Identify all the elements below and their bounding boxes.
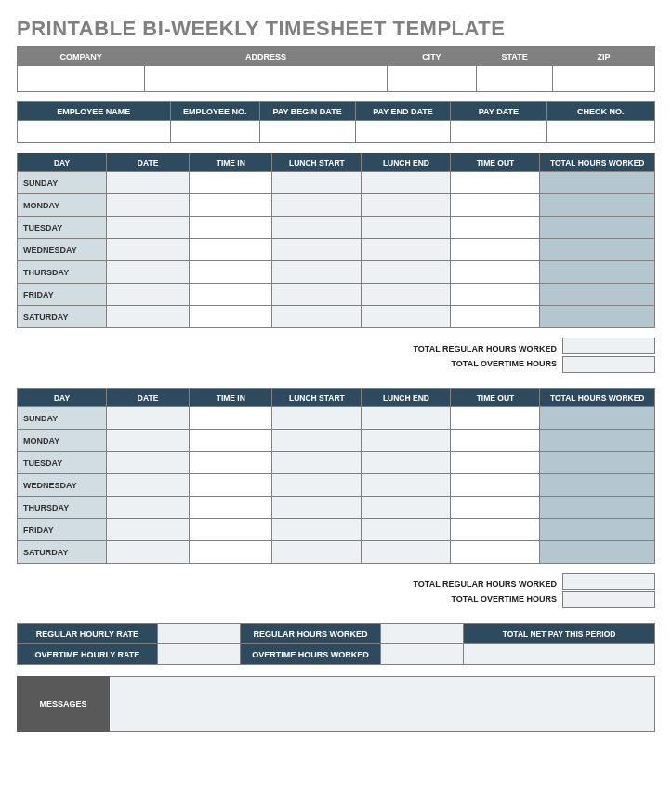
date-field[interactable] xyxy=(107,474,190,497)
totalhours-field[interactable] xyxy=(540,452,655,474)
timeout-field[interactable] xyxy=(451,541,540,564)
paybegin-field[interactable] xyxy=(259,121,355,143)
lunchstart-field[interactable] xyxy=(272,217,362,239)
timeout-field[interactable] xyxy=(451,407,540,430)
totalhours-field[interactable] xyxy=(540,261,655,284)
timein-field[interactable] xyxy=(190,239,272,261)
timein-field[interactable] xyxy=(190,172,272,194)
lunchend-field[interactable] xyxy=(362,261,451,284)
lunchstart-field[interactable] xyxy=(272,194,362,217)
week1-regular-value[interactable] xyxy=(562,338,655,354)
timein-field[interactable] xyxy=(190,430,272,452)
lunchend-field[interactable] xyxy=(362,239,451,261)
timeout-field[interactable] xyxy=(451,519,540,541)
lunchstart-field[interactable] xyxy=(272,497,362,519)
totalhours-field[interactable] xyxy=(540,217,655,239)
empno-field[interactable] xyxy=(170,121,259,143)
timein-field[interactable] xyxy=(190,497,272,519)
ot-rate-field[interactable] xyxy=(157,644,240,665)
date-field[interactable] xyxy=(107,306,190,328)
timeout-field[interactable] xyxy=(451,452,540,474)
zip-field[interactable] xyxy=(553,66,655,92)
lunchstart-field[interactable] xyxy=(272,519,362,541)
week2-regular-value[interactable] xyxy=(562,573,655,590)
timeout-field[interactable] xyxy=(451,194,540,217)
totalhours-field[interactable] xyxy=(540,306,655,328)
date-field[interactable] xyxy=(107,430,190,452)
date-field[interactable] xyxy=(107,541,190,564)
timein-field[interactable] xyxy=(190,519,272,541)
lunchend-field[interactable] xyxy=(362,541,451,564)
totalhours-field[interactable] xyxy=(540,284,655,306)
timeout-field[interactable] xyxy=(451,284,540,306)
lunchend-field[interactable] xyxy=(362,452,451,474)
timein-field[interactable] xyxy=(190,306,272,328)
week1-overtime-value[interactable] xyxy=(562,356,655,373)
messages-field[interactable] xyxy=(110,676,655,732)
lunchstart-field[interactable] xyxy=(272,430,362,452)
totalhours-field[interactable] xyxy=(540,474,655,497)
reg-rate-field[interactable] xyxy=(157,624,240,644)
timeout-field[interactable] xyxy=(451,261,540,284)
timein-field[interactable] xyxy=(190,261,272,284)
lunchend-field[interactable] xyxy=(362,194,451,217)
date-field[interactable] xyxy=(107,194,190,217)
lunchend-field[interactable] xyxy=(362,497,451,519)
totalhours-field[interactable] xyxy=(540,239,655,261)
payend-field[interactable] xyxy=(355,121,451,143)
ot-hours-field[interactable] xyxy=(380,644,463,665)
net-pay-field[interactable] xyxy=(464,644,655,665)
date-field[interactable] xyxy=(107,217,190,239)
lunchstart-field[interactable] xyxy=(272,541,362,564)
timein-field[interactable] xyxy=(190,407,272,430)
timein-field[interactable] xyxy=(190,194,272,217)
lunchend-field[interactable] xyxy=(362,474,451,497)
totalhours-field[interactable] xyxy=(540,407,655,430)
timeout-field[interactable] xyxy=(451,430,540,452)
lunchend-field[interactable] xyxy=(362,217,451,239)
lunchend-field[interactable] xyxy=(362,172,451,194)
paydate-field[interactable] xyxy=(451,121,547,143)
totalhours-field[interactable] xyxy=(540,172,655,194)
totalhours-field[interactable] xyxy=(540,519,655,541)
timeout-field[interactable] xyxy=(451,172,540,194)
city-field[interactable] xyxy=(387,66,476,92)
lunchend-field[interactable] xyxy=(362,284,451,306)
lunchend-field[interactable] xyxy=(362,306,451,328)
lunchstart-field[interactable] xyxy=(272,306,362,328)
timein-field[interactable] xyxy=(190,474,272,497)
timeout-field[interactable] xyxy=(451,306,540,328)
company-field[interactable] xyxy=(18,66,145,92)
lunchstart-field[interactable] xyxy=(272,452,362,474)
date-field[interactable] xyxy=(107,497,190,519)
timeout-field[interactable] xyxy=(451,474,540,497)
timeout-field[interactable] xyxy=(451,497,540,519)
timeout-field[interactable] xyxy=(451,217,540,239)
lunchend-field[interactable] xyxy=(362,407,451,430)
lunchstart-field[interactable] xyxy=(272,239,362,261)
timein-field[interactable] xyxy=(190,541,272,564)
date-field[interactable] xyxy=(107,452,190,474)
date-field[interactable] xyxy=(107,284,190,306)
state-field[interactable] xyxy=(476,66,552,92)
reg-hours-field[interactable] xyxy=(380,624,463,644)
lunchstart-field[interactable] xyxy=(272,261,362,284)
checkno-field[interactable] xyxy=(547,121,655,143)
lunchend-field[interactable] xyxy=(362,430,451,452)
totalhours-field[interactable] xyxy=(540,541,655,564)
totalhours-field[interactable] xyxy=(540,194,655,217)
timein-field[interactable] xyxy=(190,284,272,306)
date-field[interactable] xyxy=(107,239,190,261)
address-field[interactable] xyxy=(145,66,388,92)
week2-overtime-value[interactable] xyxy=(562,591,655,608)
lunchstart-field[interactable] xyxy=(272,172,362,194)
lunchstart-field[interactable] xyxy=(272,474,362,497)
lunchstart-field[interactable] xyxy=(272,284,362,306)
timein-field[interactable] xyxy=(190,217,272,239)
lunchstart-field[interactable] xyxy=(272,407,362,430)
date-field[interactable] xyxy=(107,172,190,194)
date-field[interactable] xyxy=(107,519,190,541)
date-field[interactable] xyxy=(107,261,190,284)
timeout-field[interactable] xyxy=(451,239,540,261)
lunchend-field[interactable] xyxy=(362,519,451,541)
